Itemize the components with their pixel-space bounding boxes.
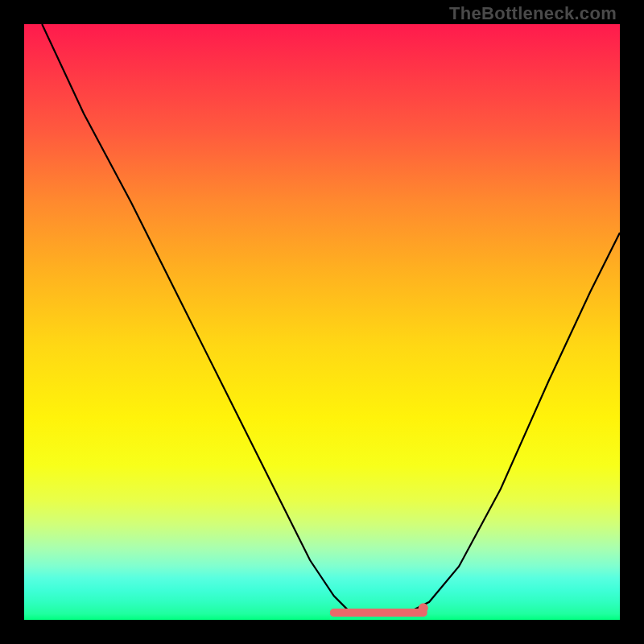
chart-frame: TheBottleneck.com	[0, 0, 644, 644]
watermark-text: TheBottleneck.com	[449, 3, 617, 24]
curve-line	[42, 24, 620, 614]
curve-marker-right	[419, 603, 428, 613]
plot-area	[24, 24, 620, 620]
bottleneck-curve	[24, 24, 620, 620]
